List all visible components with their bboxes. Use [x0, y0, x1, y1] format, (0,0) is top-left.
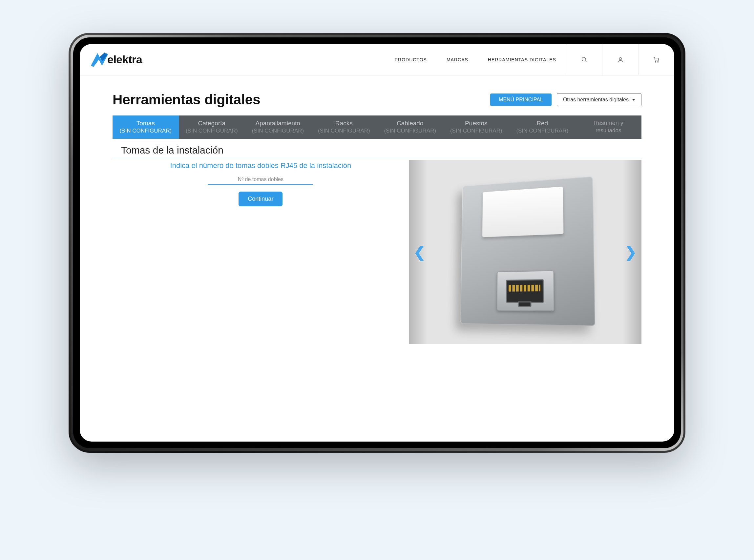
wizard-tab-0[interactable]: Tomas(SIN CONFIGURAR) [113, 116, 179, 139]
product-image-rj45-plate [460, 176, 595, 326]
wizard-tab-sub: (SIN CONFIGURAR) [444, 127, 508, 134]
wizard-tab-sub: (SIN CONFIGURAR) [180, 127, 244, 134]
content-row: Indica el número de tomas dobles RJ45 de… [113, 160, 641, 344]
svg-point-4 [657, 61, 658, 62]
logo-mark-icon [90, 51, 109, 68]
wizard-tab-main: Cableado [378, 119, 442, 127]
primary-nav: PRODUCTOS MARCAS HERRAMIENTAS DIGITALES [155, 44, 566, 75]
other-tools-label: Otras herramientas digitales [563, 97, 629, 103]
wizard-tab-main: Red [511, 119, 574, 127]
site-header: elektra PRODUCTOS MARCAS HERRAMIENTAS DI… [80, 44, 674, 76]
wizard-tab-main: Tomas [114, 119, 178, 127]
wizard-tab-main: Categoría [180, 119, 244, 127]
brand-name: elektra [107, 53, 142, 66]
nav-herramientas[interactable]: HERRAMIENTAS DIGITALES [488, 57, 556, 62]
cart-button[interactable] [638, 44, 674, 75]
wizard-tab-sub: (SIN CONFIGURAR) [246, 127, 310, 134]
wizard-tab-3[interactable]: Racks(SIN CONFIGURAR) [311, 116, 377, 139]
wizard-tab-2[interactable]: Apantallamiento(SIN CONFIGURAR) [245, 116, 311, 139]
continue-button[interactable]: Continuar [239, 192, 282, 206]
account-button[interactable] [602, 44, 638, 75]
wizard-tab-4[interactable]: Cableado(SIN CONFIGURAR) [377, 116, 443, 139]
form-panel: Indica el número de tomas dobles RJ45 de… [113, 160, 409, 206]
wizard-tab-7[interactable]: Resumen yresultados [576, 116, 642, 139]
carousel-prev-button[interactable]: ❮ [413, 244, 425, 260]
wizard-tab-main: Apantallamiento [246, 119, 310, 127]
cart-icon [653, 56, 660, 63]
nav-productos[interactable]: PRODUCTOS [395, 57, 427, 62]
wizard-tab-sub: (SIN CONFIGURAR) [312, 127, 376, 134]
search-icon [581, 56, 588, 63]
wizard-tab-1[interactable]: Categoría(SIN CONFIGURAR) [179, 116, 245, 139]
wizard-tab-5[interactable]: Puestos(SIN CONFIGURAR) [443, 116, 510, 139]
wizard-tabs: Tomas(SIN CONFIGURAR)Categoría(SIN CONFI… [113, 116, 641, 139]
wizard-tab-main: Resumen y [577, 119, 640, 127]
section-heading: Tomas de la instalación [121, 145, 641, 156]
brand-logo[interactable]: elektra [80, 44, 155, 75]
page-body: Herramientas digitales MENÚ PRINCIPAL Ot… [80, 76, 674, 344]
main-menu-button[interactable]: MENÚ PRINCIPAL [490, 94, 552, 106]
screen: elektra PRODUCTOS MARCAS HERRAMIENTAS DI… [80, 44, 674, 442]
page-title-row: Herramientas digitales MENÚ PRINCIPAL Ot… [113, 92, 641, 107]
svg-point-0 [582, 57, 586, 61]
wizard-tab-6[interactable]: Red(SIN CONFIGURAR) [509, 116, 576, 139]
wizard-tab-sub: (SIN CONFIGURAR) [511, 127, 574, 134]
wizard-tab-main: Puestos [444, 119, 508, 127]
form-prompt: Indica el número de tomas dobles RJ45 de… [113, 161, 409, 170]
wizard-tab-sub: (SIN CONFIGURAR) [114, 127, 178, 134]
svg-point-2 [619, 57, 621, 60]
other-tools-dropdown[interactable]: Otras herramientas digitales [557, 93, 641, 106]
carousel-next-button[interactable]: ❯ [625, 244, 637, 260]
user-icon [617, 56, 624, 63]
svg-point-3 [655, 61, 656, 62]
chevron-down-icon [632, 99, 635, 101]
product-carousel: ❮ ❯ [409, 160, 641, 344]
wizard-tab-sub: resultados [577, 127, 640, 134]
svg-line-1 [585, 60, 587, 62]
page-title: Herramientas digitales [113, 92, 260, 107]
tomas-dobles-input[interactable] [208, 175, 313, 185]
wizard-tab-sub: (SIN CONFIGURAR) [378, 127, 442, 134]
wizard-tab-main: Racks [312, 119, 376, 127]
search-button[interactable] [566, 44, 602, 75]
tablet-frame: elektra PRODUCTOS MARCAS HERRAMIENTAS DI… [68, 33, 686, 453]
nav-marcas[interactable]: MARCAS [447, 57, 468, 62]
